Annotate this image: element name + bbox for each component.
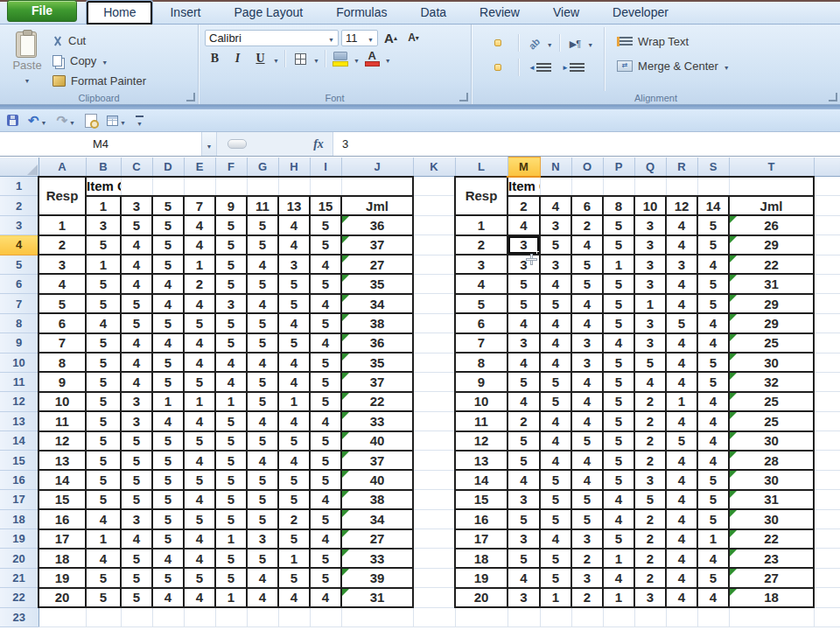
- grid-cell[interactable]: 4: [184, 235, 215, 255]
- grid-cell[interactable]: [413, 274, 455, 293]
- grid-cell[interactable]: 5: [215, 490, 247, 509]
- grid-cell[interactable]: 4: [697, 333, 729, 353]
- grid-cell[interactable]: 3: [121, 392, 152, 411]
- right-jml-cell[interactable]: 28: [729, 451, 814, 470]
- grid-cell[interactable]: 5: [152, 313, 184, 332]
- grid-cell[interactable]: 5: [86, 451, 121, 470]
- grid-cell[interactable]: 4: [310, 490, 341, 509]
- grid-cell[interactable]: 3: [571, 568, 603, 587]
- grid-cell[interactable]: 5: [121, 470, 152, 489]
- fill-color-button[interactable]: [331, 50, 351, 67]
- grid-cell[interactable]: 5: [86, 490, 121, 509]
- grid-cell[interactable]: 5: [215, 274, 247, 293]
- grid-cell[interactable]: 4: [247, 588, 278, 607]
- grid-cell[interactable]: 5: [184, 431, 215, 451]
- grid-cell[interactable]: 4: [184, 411, 215, 430]
- grid-cell[interactable]: 5: [278, 529, 310, 549]
- grid-cell[interactable]: 4: [310, 333, 341, 353]
- left-jml-cell[interactable]: 33: [341, 411, 413, 430]
- grid-cell[interactable]: 4: [278, 411, 310, 430]
- copy-dropdown-icon[interactable]: [102, 54, 108, 67]
- grid-cell[interactable]: 4: [121, 255, 152, 274]
- grid-cell[interactable]: 5: [540, 509, 571, 528]
- right-resp-cell[interactable]: 5: [455, 294, 508, 313]
- grid-cell[interactable]: 5: [152, 490, 184, 509]
- column-header-E[interactable]: E: [184, 158, 215, 177]
- left-jml-cell[interactable]: 39: [341, 568, 413, 587]
- grid-cell[interactable]: 5: [697, 470, 729, 489]
- font-color-button[interactable]: A: [362, 50, 382, 67]
- font-color-dropdown-icon[interactable]: [385, 51, 391, 66]
- left-resp-cell[interactable]: 17: [38, 529, 86, 549]
- right-resp-cell[interactable]: 4: [455, 274, 508, 293]
- grid-cell[interactable]: 1: [697, 529, 729, 549]
- grid-cell[interactable]: [814, 392, 840, 411]
- right-resp-cell[interactable]: 14: [455, 470, 508, 489]
- grid-cell[interactable]: 4: [508, 470, 540, 489]
- left-jml-cell[interactable]: 37: [341, 372, 413, 391]
- grid-cell[interactable]: 2: [634, 392, 666, 411]
- grid-cell[interactable]: 5: [215, 235, 247, 255]
- row-header-9[interactable]: 9: [0, 333, 38, 353]
- grid-cell[interactable]: 4: [571, 451, 603, 470]
- grid-cell[interactable]: 4: [310, 588, 341, 607]
- grid-cell[interactable]: 4: [603, 568, 634, 587]
- left-resp-cell[interactable]: 5: [38, 294, 86, 313]
- left-resp-cell[interactable]: 16: [38, 509, 86, 528]
- grid-cell[interactable]: [814, 177, 840, 196]
- grid-cell[interactable]: 5: [247, 333, 278, 353]
- grid-cell[interactable]: 3: [540, 215, 571, 234]
- orientation-dropdown-icon[interactable]: [547, 35, 553, 51]
- grid-cell[interactable]: [86, 607, 121, 626]
- right-jml-header[interactable]: Jml: [729, 196, 814, 215]
- right-item-header[interactable]: 6: [571, 196, 603, 215]
- left-resp-cell[interactable]: 11: [38, 411, 86, 430]
- grid-cell[interactable]: 4: [310, 255, 341, 274]
- grid-cell[interactable]: 5: [215, 509, 247, 528]
- grid-cell[interactable]: [413, 490, 455, 509]
- grid-cell[interactable]: 1: [215, 529, 247, 549]
- grid-cell[interactable]: 3: [121, 411, 152, 430]
- left-resp-cell[interactable]: 20: [38, 588, 86, 607]
- cut-button[interactable]: Cut: [52, 32, 146, 50]
- text-direction-button[interactable]: [566, 32, 584, 54]
- grid-cell[interactable]: 4: [666, 470, 697, 489]
- right-resp-cell[interactable]: 6: [455, 313, 508, 332]
- grid-cell[interactable]: 5: [540, 294, 571, 313]
- grid-cell[interactable]: 4: [603, 509, 634, 528]
- grid-cell[interactable]: 5: [247, 372, 278, 391]
- column-header-J[interactable]: J: [341, 158, 413, 177]
- grid-cell[interactable]: 2: [634, 411, 666, 430]
- left-jml-cell[interactable]: 37: [341, 235, 413, 255]
- grid-cell[interactable]: 4: [310, 529, 341, 549]
- customize-toolbar-button[interactable]: [136, 116, 144, 126]
- grid-cell[interactable]: 3: [634, 255, 666, 274]
- format-painter-button[interactable]: Format Painter: [52, 72, 146, 90]
- grid-cell[interactable]: 5: [86, 274, 121, 293]
- grid-cell[interactable]: 4: [184, 529, 215, 549]
- grid-cell[interactable]: 3: [86, 215, 121, 234]
- grid-cell[interactable]: 4: [666, 509, 697, 528]
- grid-cell[interactable]: 3: [508, 333, 540, 353]
- right-resp-cell[interactable]: 17: [455, 529, 508, 549]
- grid-cell[interactable]: [413, 333, 455, 353]
- left-jml-cell[interactable]: 37: [341, 451, 413, 470]
- align-middle-button[interactable]: [494, 39, 501, 46]
- grid-cell[interactable]: 5: [247, 490, 278, 509]
- grid-cell[interactable]: 5: [603, 235, 634, 255]
- grid-cell[interactable]: [38, 607, 86, 626]
- grid-cell[interactable]: 4: [666, 294, 697, 313]
- left-jml-cell[interactable]: 34: [341, 294, 413, 313]
- column-header-Q[interactable]: Q: [634, 158, 666, 177]
- grid-cell[interactable]: 3: [571, 353, 603, 372]
- grid-cell[interactable]: 5: [697, 353, 729, 372]
- left-resp-cell[interactable]: 7: [38, 333, 86, 353]
- grid-cell[interactable]: 5: [215, 215, 247, 234]
- column-header-O[interactable]: O: [571, 158, 603, 177]
- left-resp-cell[interactable]: 14: [38, 470, 86, 489]
- grid-cell[interactable]: 5: [86, 431, 121, 451]
- grid-cell[interactable]: 5: [666, 313, 697, 332]
- row-header-12[interactable]: 12: [0, 392, 38, 411]
- grid-cell[interactable]: 2: [634, 568, 666, 587]
- merge-center-dropdown-icon[interactable]: [724, 60, 730, 73]
